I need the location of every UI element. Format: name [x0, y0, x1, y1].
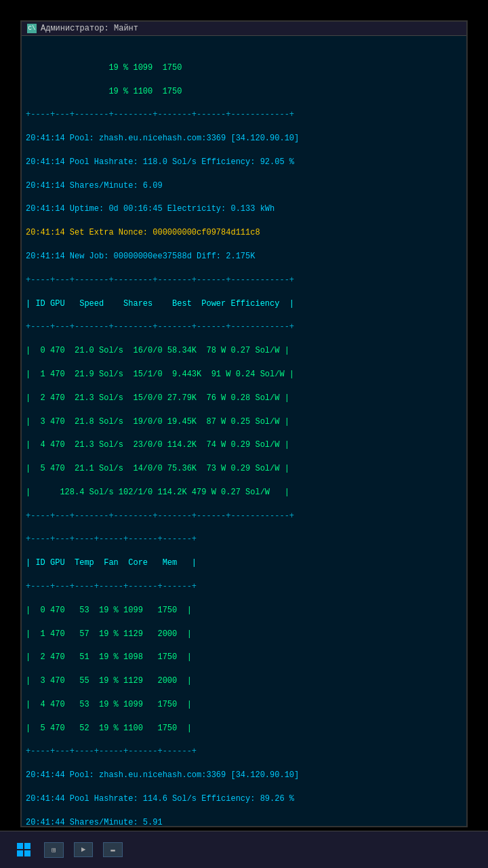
terminal-line: | 128.4 Sol/s 102/1/0 114.2K 479 W 0.27 … — [26, 487, 462, 498]
titlebar: C\ Администратор: Майнт — [22, 22, 466, 36]
terminal-line: | 2 470 21.3 Sol/s 15/0/0 27.79K 76 W 0.… — [26, 393, 462, 404]
terminal-line: | 5 470 21.1 Sol/s 14/0/0 75.36K 73 W 0.… — [26, 463, 462, 475]
terminal-line: 20:41:44 Pool: zhash.eu.nicehash.com:336… — [26, 770, 462, 781]
terminal-line: | 4 470 53 19 % 1099 1750 | — [26, 699, 462, 711]
terminal-line: 20:41:14 Pool: zhash.eu.nicehash.com:336… — [26, 133, 462, 144]
terminal-line: 20:41:44 Pool Hashrate: 114.6 Sol/s Effi… — [26, 793, 462, 805]
terminal-line: | 3 470 21.8 Sol/s 19/0/0 19.45K 87 W 0.… — [26, 416, 462, 428]
terminal-line: | 3 470 55 19 % 1129 2000 | — [26, 675, 462, 687]
terminal-line: 20:41:14 New Job: 00000000ee37588d Diff:… — [26, 251, 462, 262]
titlebar-title: Администратор: Майнт — [41, 24, 138, 33]
terminal-line: 20:41:14 Uptime: 0d 00:16:45 Electricity… — [26, 203, 462, 215]
terminal-line: | 4 470 21.3 Sol/s 23/0/0 114.2K 74 W 0.… — [26, 439, 462, 451]
terminal-line: | ID GPU Speed Shares Best Power Efficie… — [26, 298, 462, 310]
windows-icon — [17, 843, 30, 856]
taskbar-btn-1[interactable]: ⊞ — [44, 842, 64, 858]
terminal-line: | 0 470 53 19 % 1099 1750 | — [26, 605, 462, 616]
terminal-line: 19 % 1100 1750 — [26, 86, 462, 98]
terminal-line: 20:41:14 Set Extra Nonce: 000000000cf097… — [26, 227, 462, 239]
terminal-line: +----+---+-------+--------+-------+-----… — [26, 511, 462, 522]
terminal-line: +----+---+----+-----+------+------+ — [26, 534, 462, 545]
terminal-output: 19 % 1099 1750 19 % 1100 1750 +----+---+… — [22, 36, 466, 827]
taskbar-btn-2[interactable]: ► — [74, 842, 94, 857]
terminal-line: +----+---+----+-----+------+------+ — [26, 581, 462, 593]
taskbar-btn-3[interactable]: ▬ — [103, 842, 123, 857]
terminal-line: | 5 470 52 19 % 1100 1750 | — [26, 723, 462, 734]
terminal-line: +----+---+-------+--------+-------+-----… — [26, 109, 462, 121]
terminal-line: +----+---+-------+--------+-------+-----… — [26, 321, 462, 333]
terminal-window: C\ Администратор: Майнт 19 % 1099 1750 1… — [20, 20, 468, 827]
terminal-line: 20:41:14 Pool Hashrate: 118.0 Sol/s Effi… — [26, 157, 462, 168]
terminal-line: | 1 470 21.9 Sol/s 15/1/0 9.443K 91 W 0.… — [26, 369, 462, 380]
titlebar-icon: C\ — [27, 24, 37, 33]
terminal-line: | 2 470 51 19 % 1098 1750 | — [26, 652, 462, 663]
terminal-line: +----+---+-------+--------+-------+-----… — [26, 275, 462, 286]
terminal-line: 19 % 1099 1750 — [26, 62, 462, 74]
terminal-line: +----+---+----+-----+------+------+ — [26, 746, 462, 757]
terminal-line: | ID GPU Temp Fan Core Mem | — [26, 557, 462, 569]
terminal-line: 20:41:44 Shares/Minute: 5.91 — [26, 817, 462, 827]
taskbar: ⊞ ► ▬ — [0, 831, 488, 868]
terminal-line: | 0 470 21.0 Sol/s 16/0/0 58.34K 78 W 0.… — [26, 345, 462, 357]
terminal-line: | 1 470 57 19 % 1129 2000 | — [26, 629, 462, 640]
terminal-line: 20:41:14 Shares/Minute: 6.09 — [26, 180, 462, 192]
start-button[interactable] — [14, 840, 34, 860]
